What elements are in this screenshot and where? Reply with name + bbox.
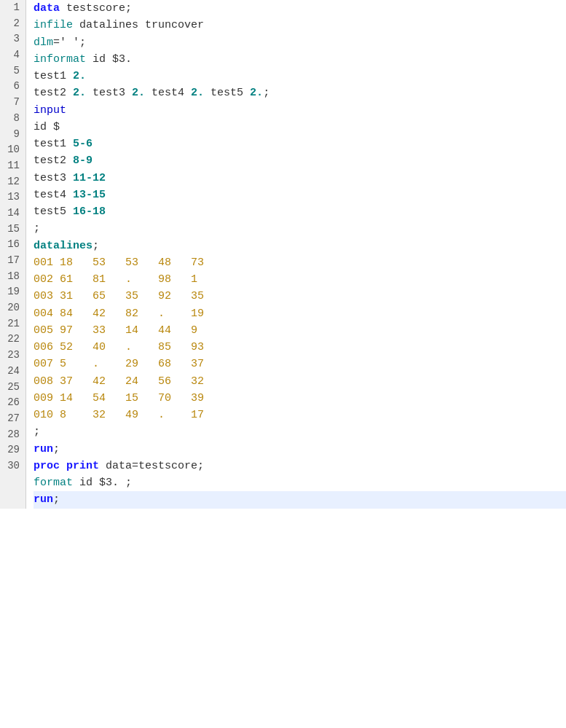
line-number-2: 2 [6, 16, 20, 32]
token-plain: test4 [145, 87, 191, 99]
code-line-1: data testscore; [34, 0, 566, 17]
code-line-9: test1 5-6 [34, 136, 566, 152]
code-line-5: test1 2. [34, 68, 566, 85]
token-plain: ; [93, 240, 99, 252]
line-number-23: 23 [6, 348, 20, 364]
token-plain: test1 [34, 138, 73, 150]
code-line-2: infile datalines truncover [34, 17, 566, 34]
code-line-4: informat id $3. [34, 51, 566, 68]
code-line-22: 007 5 . 29 68 37 [34, 356, 566, 372]
line-number-26: 26 [6, 395, 20, 411]
token-plain: test4 [34, 189, 73, 201]
line-number-25: 25 [6, 380, 20, 396]
line-number-4: 4 [6, 47, 20, 63]
code-line-17: 002 61 81 . 98 1 [34, 271, 566, 288]
code-line-14: ; [34, 220, 566, 237]
code-line-27: run; [34, 441, 566, 458]
line-number-10: 10 [6, 142, 20, 158]
line-number-18: 18 [6, 269, 20, 285]
line-number-3: 3 [6, 31, 20, 47]
token-kw-teal: format [34, 477, 73, 489]
line-number-28: 28 [6, 427, 20, 443]
token-plain: datalines truncover [73, 19, 204, 31]
code-content[interactable]: data testscore;infile datalines truncove… [26, 0, 566, 509]
code-line-12: test4 13-15 [34, 187, 566, 203]
token-plain: ; [34, 426, 40, 438]
token-data-val: 002 61 81 . 98 1 [34, 273, 197, 286]
token-kw-teal: infile [34, 19, 73, 31]
token-plain [60, 460, 66, 472]
line-number-6: 6 [6, 79, 20, 95]
line-number-22: 22 [6, 332, 20, 348]
code-line-20: 005 97 33 14 44 9 [34, 322, 566, 339]
token-kw-blue: proc [34, 460, 60, 472]
token-data-val: 003 31 65 35 92 35 [34, 290, 204, 302]
code-line-13: test5 16-18 [34, 203, 566, 220]
token-num-range: 11-12 [73, 172, 106, 184]
token-plain: test5 [204, 87, 250, 99]
token-data-val: 005 97 33 14 44 9 [34, 324, 197, 337]
token-num-range: 5-6 [73, 138, 93, 150]
code-line-10: test2 8-9 [34, 152, 566, 169]
code-line-21: 006 52 40 . 85 93 [34, 339, 566, 356]
token-data-val: 008 37 42 24 56 32 [34, 375, 204, 388]
code-line-15: datalines; [34, 238, 566, 254]
token-plain: ; [53, 443, 60, 455]
token-plain: id $3. [86, 53, 132, 66]
code-line-11: test3 11-12 [34, 170, 566, 187]
token-plain: test1 [34, 70, 73, 82]
code-line-24: 009 14 54 15 70 39 [34, 390, 566, 407]
token-kw-teal: dlm [34, 36, 53, 49]
token-data-val: 007 5 . 29 68 37 [34, 358, 204, 370]
code-line-8: id $ [34, 119, 566, 136]
code-line-23: 008 37 42 24 56 32 [34, 373, 566, 390]
token-data-val: 001 18 53 53 48 73 [34, 257, 204, 269]
token-plain: data=testscore; [99, 460, 204, 472]
line-number-5: 5 [6, 63, 20, 79]
code-editor: 1234567891011121314151617181920212223242… [0, 0, 566, 509]
token-data-val: 006 52 40 . 85 93 [34, 341, 204, 353]
line-number-21: 21 [6, 316, 20, 332]
line-number-13: 13 [6, 189, 20, 206]
line-number-20: 20 [6, 300, 20, 316]
line-number-11: 11 [6, 158, 20, 174]
token-data-val: 004 84 42 82 . 19 [34, 308, 204, 320]
token-plain: test2 [34, 154, 73, 167]
code-line-19: 004 84 42 82 . 19 [34, 305, 566, 322]
token-num-bold-teal: 2. [73, 70, 86, 82]
line-number-27: 27 [6, 411, 20, 427]
token-num-range: 16-18 [73, 206, 106, 218]
token-num-bold-teal: 2. [132, 87, 145, 99]
token-plain: =' '; [53, 36, 86, 49]
token-plain: test3 [34, 172, 73, 184]
token-plain: ; [53, 493, 60, 506]
token-num-range: 8-9 [73, 154, 93, 167]
token-num-bold-teal: 2. [250, 87, 263, 99]
token-kw-blue: print [66, 460, 99, 472]
line-number-29: 29 [6, 442, 20, 458]
code-line-16: 001 18 53 53 48 73 [34, 254, 566, 271]
code-line-30: run; [34, 491, 566, 508]
line-number-7: 7 [6, 95, 20, 111]
token-num-bold-teal: 2. [73, 87, 86, 99]
token-kw-teal: informat [34, 53, 86, 66]
code-line-18: 003 31 65 35 92 35 [34, 288, 566, 305]
token-kw-blue: run [34, 493, 53, 506]
code-line-7: input [34, 102, 566, 119]
line-number-1: 1 [6, 0, 20, 16]
line-number-30: 30 [6, 458, 20, 474]
token-kw-blue: run [34, 443, 53, 455]
line-number-14: 14 [6, 206, 20, 222]
token-plain: id $ [34, 121, 60, 133]
token-plain: ; [263, 87, 270, 99]
token-kw-keyword: input [34, 104, 66, 117]
code-line-28: proc print data=testscore; [34, 458, 566, 474]
token-plain: testscore; [60, 2, 132, 15]
line-number-24: 24 [6, 364, 20, 380]
token-num-range: 13-15 [73, 189, 106, 201]
line-number-gutter: 1234567891011121314151617181920212223242… [0, 0, 26, 509]
line-number-12: 12 [6, 174, 20, 190]
code-line-29: format id $3. ; [34, 474, 566, 491]
token-plain: ; [34, 222, 40, 235]
code-line-3: dlm=' '; [34, 34, 566, 51]
